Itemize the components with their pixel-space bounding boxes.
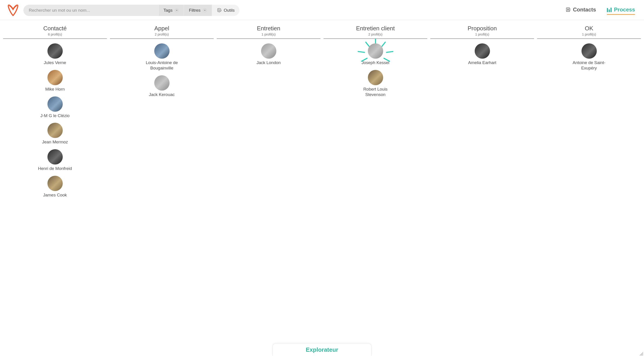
kanban-column: Entretien client2 profil(s)Joseph Kessel… — [324, 24, 427, 102]
avatar — [154, 43, 170, 59]
column-header: Entretien1 profil(s) — [217, 24, 320, 39]
column-title: Entretien — [217, 25, 320, 32]
svg-line-7 — [382, 42, 385, 46]
kanban-column: Proposition1 profil(s)Amelia Earhart — [430, 24, 534, 70]
profile-name: Jean Mermoz — [42, 139, 68, 145]
profile-name: Jack London — [256, 60, 281, 65]
nav-contacts-label: Contacts — [573, 6, 596, 13]
filters-label: Filtres — [189, 8, 200, 13]
kanban-icon — [607, 7, 612, 12]
column-count: 1 profil(s) — [430, 32, 534, 36]
svg-point-1 — [568, 9, 568, 10]
gear-icon — [217, 8, 222, 12]
tools-button[interactable]: Outils — [212, 5, 240, 16]
profile-card[interactable]: Louis-Antoine de Bougainville — [142, 43, 182, 71]
column-header: Proposition1 profil(s) — [430, 24, 534, 39]
nav-process-label: Process — [614, 6, 635, 13]
avatar — [261, 43, 276, 59]
kanban-board: Contacté6 profil(s)Jules VerneMike HornJ… — [0, 20, 644, 356]
filters-filter[interactable]: Filtres — [184, 5, 212, 16]
column-count: 1 profil(s) — [217, 32, 320, 36]
profile-card[interactable]: Robert Louis Stevenson — [355, 70, 396, 97]
profile-name: Robert Louis Stevenson — [356, 86, 395, 97]
profile-name: Louis-Antoine de Bougainville — [143, 60, 181, 71]
avatar — [48, 149, 63, 165]
avatar — [48, 123, 63, 138]
kanban-column: OK1 profil(s)Antoine de Saint-Exupéry — [537, 24, 641, 75]
fox-logo-icon — [7, 4, 19, 17]
app-logo — [7, 4, 19, 17]
avatar — [48, 176, 63, 191]
contacts-icon — [566, 7, 571, 12]
profile-card[interactable]: J-M G le Clézio — [35, 96, 75, 118]
avatar — [48, 96, 63, 112]
profile-card[interactable]: Henri de Monfreid — [35, 149, 75, 171]
avatar — [368, 70, 383, 85]
avatar — [48, 70, 63, 85]
search-input[interactable] — [24, 5, 158, 16]
profile-card[interactable]: James Cook — [35, 176, 75, 198]
chevron-down-icon — [203, 8, 207, 12]
nav-process[interactable]: Process — [607, 6, 635, 15]
searchbar: Tags Filtres Outils — [24, 5, 240, 16]
resize-grip-icon — [639, 352, 643, 356]
bottom-drawer-explorateur[interactable]: Explorateur — [272, 344, 372, 356]
column-count: 1 profil(s) — [537, 32, 641, 36]
svg-line-6 — [366, 42, 369, 46]
profile-name: James Cook — [43, 192, 67, 198]
kanban-column: Entretien1 profil(s)Jack London — [217, 24, 320, 70]
kanban-column: Contacté6 profil(s)Jules VerneMike HornJ… — [3, 24, 107, 202]
kanban-column: Appel2 profil(s)Louis-Antoine de Bougain… — [110, 24, 214, 102]
profile-card[interactable]: Jack Kerouac — [142, 75, 182, 97]
column-title: OK — [537, 25, 641, 32]
column-header: Contacté6 profil(s) — [3, 24, 107, 39]
svg-line-8 — [358, 51, 364, 52]
avatar — [48, 43, 63, 59]
column-count: 2 profil(s) — [110, 32, 214, 36]
profile-name: Joseph Kessel — [362, 60, 390, 65]
profile-card[interactable]: Jack London — [248, 43, 289, 65]
chevron-down-icon — [175, 8, 179, 12]
profile-card[interactable]: Mike Horn — [35, 70, 75, 92]
profile-card[interactable]: Joseph Kessel — [355, 43, 396, 65]
tags-label: Tags — [164, 8, 172, 13]
column-title: Contacté — [3, 25, 107, 32]
svg-line-9 — [386, 51, 392, 52]
avatar — [582, 43, 597, 59]
profile-name: Amelia Earhart — [468, 60, 496, 65]
column-header: OK1 profil(s) — [537, 24, 641, 39]
profile-name: J-M G le Clézio — [40, 113, 70, 118]
profile-name: Jack Kerouac — [149, 92, 175, 97]
column-title: Proposition — [430, 25, 534, 32]
profile-name: Jules Verne — [44, 60, 66, 65]
column-header: Appel2 profil(s) — [110, 24, 214, 39]
tags-filter[interactable]: Tags — [158, 5, 184, 16]
bottom-drawer-label: Explorateur — [306, 346, 338, 353]
avatar — [154, 75, 170, 91]
column-header: Entretien client2 profil(s) — [324, 24, 427, 39]
profile-name: Henri de Monfreid — [38, 166, 72, 171]
nav-right: Contacts Process — [566, 6, 635, 14]
profile-name: Antoine de Saint-Exupéry — [570, 60, 608, 71]
profile-card[interactable]: Jules Verne — [35, 43, 75, 65]
column-title: Appel — [110, 25, 214, 32]
profile-card[interactable]: Antoine de Saint-Exupéry — [569, 43, 609, 71]
profile-name: Mike Horn — [45, 86, 65, 92]
avatar — [368, 43, 383, 59]
column-title: Entretien client — [324, 25, 427, 32]
topbar: Tags Filtres Outils Contact — [0, 0, 644, 20]
tools-label: Outils — [224, 8, 235, 13]
profile-card[interactable]: Amelia Earhart — [462, 43, 502, 65]
profile-card[interactable]: Jean Mermoz — [35, 123, 75, 145]
column-count: 2 profil(s) — [324, 32, 427, 36]
column-count: 6 profil(s) — [3, 32, 107, 36]
nav-contacts[interactable]: Contacts — [566, 6, 596, 14]
avatar — [475, 43, 490, 59]
